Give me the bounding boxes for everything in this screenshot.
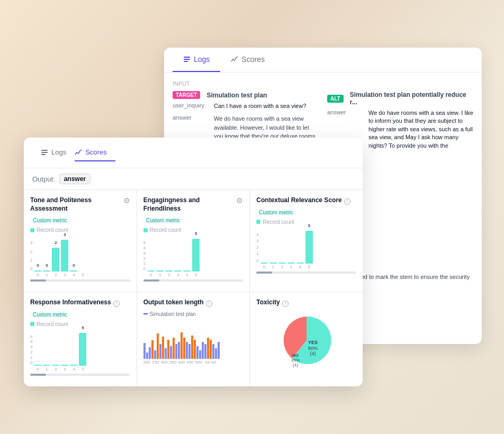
metric-token-title: Output token length xyxy=(143,299,204,307)
metric-informativeness-subtitle: Custom metric xyxy=(30,311,69,318)
metric-informativeness-title: Response Informativeness xyxy=(30,299,111,307)
metric-toxicity-title: Toxicity xyxy=(256,299,280,307)
metric-engagingness-settings[interactable]: ⚙ xyxy=(236,196,243,205)
metric-informativeness-record-count: Record count xyxy=(30,321,130,327)
svg-rect-0 xyxy=(184,57,190,58)
svg-text:20%: 20% xyxy=(291,358,300,363)
back-tab-scores[interactable]: Scores xyxy=(220,48,275,72)
svg-text:(1): (1) xyxy=(293,363,298,367)
metric-engagingness-subtitle: Custom metric xyxy=(143,217,183,224)
input-label: INPUT xyxy=(173,81,473,87)
toxicity-info-icon[interactable]: i xyxy=(282,301,289,307)
svg-text:80%: 80% xyxy=(308,346,318,351)
logs-icon xyxy=(183,56,191,63)
scores-icon-back xyxy=(231,56,238,63)
svg-text:YES: YES xyxy=(308,340,318,345)
metric-contextual-subtitle: Custom metric xyxy=(256,209,295,216)
metric-contextual-record-count: Record count xyxy=(256,219,356,225)
front-panel-header: Logs Scores xyxy=(24,138,363,168)
metric-tone-settings[interactable]: ⚙ xyxy=(123,196,130,205)
front-panel-tab-bar: Logs Scores xyxy=(32,144,115,161)
metric-engagingness-title: Engagingness and Friendliness xyxy=(143,196,237,213)
metric-contextual: Contextual Relevance Score i Custom metr… xyxy=(250,190,363,292)
scores-icon-front xyxy=(75,149,82,156)
token-legend: Simulation test plan xyxy=(143,311,244,317)
alt-test-plan: Simulation test plan potentially reduce … xyxy=(350,91,473,106)
toxicity-pie-container: YES 80% (4) NO 20% (1) xyxy=(256,311,356,369)
metric-tone: Tone and Politeness Assessment ⚙ Custom … xyxy=(24,190,137,292)
metric-tone-subtitle: Custom metric xyxy=(30,217,69,224)
toxicity-pie-chart: YES 80% (4) NO 20% (1) xyxy=(277,311,336,369)
svg-rect-5 xyxy=(41,154,46,155)
metric-token-length: Output token length i Simulation test pl… xyxy=(137,292,250,386)
output-label: Output: xyxy=(32,175,55,183)
svg-rect-1 xyxy=(184,59,190,60)
metric-informativeness: Response Informativeness i Custom metric… xyxy=(24,292,137,386)
metric-tone-record-count: Record count xyxy=(30,227,130,233)
informativeness-info-icon[interactable]: i xyxy=(113,301,120,307)
front-tab-scores[interactable]: Scores xyxy=(75,144,115,161)
metrics-grid: Tone and Politeness Assessment ⚙ Custom … xyxy=(24,190,363,386)
back-panel-tab-bar: Logs Scores xyxy=(164,48,482,73)
svg-rect-3 xyxy=(41,150,48,151)
contextual-info-icon[interactable]: i xyxy=(344,198,350,205)
metric-engagingness-record-count: Record count xyxy=(143,227,244,233)
token-info-icon[interactable]: i xyxy=(206,301,212,307)
alt-badge: ALT xyxy=(327,95,344,103)
user-inquiry-question: Can I have a room with a sea view? xyxy=(214,102,319,110)
logs-icon-front xyxy=(41,149,48,156)
metric-engagingness: Engagingness and Friendliness ⚙ Custom m… xyxy=(137,190,250,292)
alt-answer-value: We do have rooms with a sea view. I like… xyxy=(368,109,473,150)
field-user-inquiry: user_inquiry xyxy=(173,102,210,110)
metric-tone-title: Tone and Politeness Assessment xyxy=(30,196,123,213)
output-value-badge: answer xyxy=(59,174,91,184)
target-badge: TARGET xyxy=(173,91,200,99)
back-tab-logs[interactable]: Logs xyxy=(173,48,220,72)
front-tab-logs[interactable]: Logs xyxy=(32,144,75,161)
front-metrics-panel: Logs Scores Output: answer Tone and Poli… xyxy=(24,138,363,386)
metric-contextual-title: Contextual Relevance Score xyxy=(256,196,341,205)
output-label-row: Output: answer xyxy=(24,168,363,190)
svg-rect-4 xyxy=(41,152,48,153)
token-chart-area: 200250300350400450500tot ref xyxy=(143,319,244,367)
svg-text:(4): (4) xyxy=(310,351,316,356)
target-test-plan: Simulation test plan xyxy=(206,92,267,99)
svg-rect-2 xyxy=(184,61,188,62)
metric-toxicity: Toxicity i YES 80% (4) NO 20% xyxy=(250,292,363,386)
svg-text:NO: NO xyxy=(292,353,299,358)
